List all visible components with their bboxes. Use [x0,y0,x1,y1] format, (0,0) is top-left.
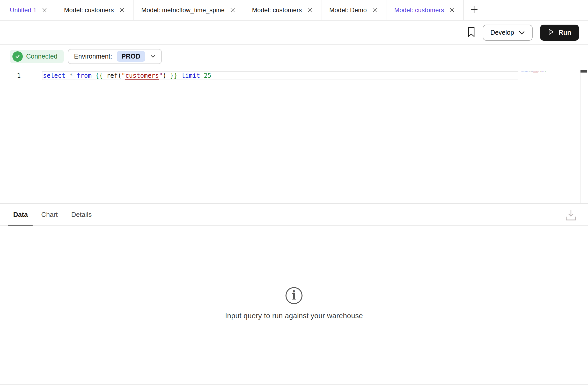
info-icon: i [285,286,303,306]
code-token: select [43,72,65,79]
code-token: select [521,71,525,72]
code-token: limit [181,72,200,79]
tab-label: Model: customers [394,6,444,14]
code-token: " [159,72,163,79]
editor-tab[interactable]: Model: metricflow_time_spine [134,0,244,20]
close-icon[interactable] [229,7,236,13]
code-token: ( [118,72,121,79]
code-token: ref [107,72,118,79]
code-token: {{ [95,72,103,79]
download-icon [564,209,578,223]
results-tab-details[interactable]: Details [71,204,92,225]
tab-bar: Untitled 1Model: customersModel: metricf… [0,0,588,21]
check-icon [12,51,23,62]
tab-label: Model: metricflow_time_spine [141,6,225,14]
ref-link-token[interactable]: customers [533,71,538,72]
editor-minimap[interactable]: select * from {{ ref("customers") }} lim… [521,69,575,75]
toolbar: Develop Run [0,21,588,45]
code-token: from [526,71,528,72]
download-button[interactable] [564,210,578,222]
editor-tab[interactable]: Model: customers [244,0,322,20]
results-tab-chart[interactable]: Chart [41,204,58,225]
code-token: * [69,72,73,79]
code-token [65,72,69,79]
tab-label: Model: customers [64,6,114,14]
line-number: 1 [0,71,21,80]
connection-status-label: Connected [26,53,57,60]
editor-tab[interactable]: Untitled 1 [0,0,56,20]
ref-link-token[interactable]: customers [125,72,159,79]
ide-window: Untitled 1Model: customersModel: metricf… [0,0,588,385]
code-token [73,72,77,79]
close-icon[interactable] [306,7,313,13]
results-tab-bar: DataChartDetails [0,204,588,226]
results-panel: DataChartDetails i Input query to r [0,203,588,385]
close-icon[interactable] [41,7,48,13]
code-line[interactable]: select * from {{ ref("customers") }} lim… [42,72,518,80]
code-token: 25 [545,71,546,72]
bookmark-icon [467,27,475,39]
environment-value-badge: PROD [117,51,145,62]
code-token: }} [170,72,178,79]
code-editor[interactable]: 1 select * from {{ ref("customers") }} l… [0,67,588,203]
editor-scrollbar-thumb[interactable] [580,70,587,73]
empty-state: i Input query to run against your wareho… [0,286,588,320]
run-button-label: Run [558,29,571,36]
tab-label: Model: customers [252,6,302,14]
run-button[interactable]: Run [540,25,579,41]
code-token: " [121,72,125,79]
code-token [178,72,181,79]
minimap-line: select * from {{ ref("customers") }} lim… [521,71,575,73]
plus-icon [469,5,479,15]
tab-label: Untitled 1 [10,6,36,14]
editor-scrollbar-track [580,70,580,203]
close-icon[interactable] [449,7,455,13]
environment-selector[interactable]: Environment: PROD [68,49,162,64]
add-tab-button[interactable] [464,0,484,20]
code-token [92,72,95,79]
chevron-down-icon [150,55,156,58]
results-tab-data[interactable]: Data [13,204,28,225]
svg-text:i: i [292,288,296,302]
close-icon[interactable] [119,7,125,13]
tab-label: Model: Demo [329,6,367,14]
environment-label: Environment: [74,53,112,60]
bookmark-button[interactable] [466,26,477,39]
editor-tab[interactable]: Model: Demo [321,0,386,20]
code-token [166,72,170,79]
develop-button[interactable]: Develop [483,25,533,41]
play-icon [548,28,554,37]
connection-bar: Connected Environment: PROD [0,45,588,67]
editor-tab[interactable]: Model: customers [386,0,464,20]
code-token [103,72,106,79]
code-token [200,72,204,79]
chevron-down-icon [519,29,525,36]
editor-tab[interactable]: Model: customers [56,0,134,20]
empty-state-message: Input query to run against your warehous… [0,312,588,320]
develop-button-label: Develop [490,29,514,36]
code-token: ) [163,72,166,79]
bottom-divider [0,384,588,385]
active-line-highlight: select * from {{ ref("customers") }} lim… [42,71,518,80]
connection-status-badge: Connected [10,50,64,63]
code-token: from [77,72,92,79]
close-icon[interactable] [371,7,378,13]
code-token: 25 [204,72,211,79]
code-token: limit [541,71,544,72]
